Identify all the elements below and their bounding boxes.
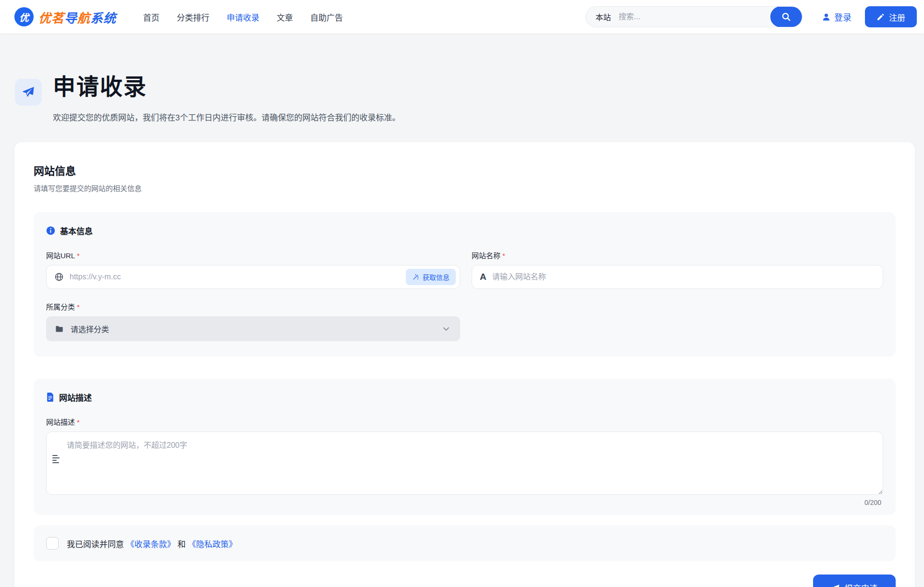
pencil-icon <box>876 13 885 21</box>
description-header: 网站描述 <box>46 391 883 403</box>
logo-char: 统 <box>103 11 116 25</box>
top-header: 优 优茗导航系统 首页 分类排行 申请收录 文章 自助广告 本站 登录 <box>0 0 924 34</box>
description-textarea-wrap <box>46 431 883 495</box>
register-label: 注册 <box>889 11 905 23</box>
logo-char: 茗 <box>51 11 64 25</box>
required-mark: * <box>77 252 80 260</box>
register-button[interactable]: 注册 <box>865 6 917 27</box>
magic-wand-icon <box>412 274 419 281</box>
logo-char: 导 <box>64 11 77 25</box>
main-nav: 首页 分类排行 申请收录 文章 自助广告 <box>143 11 343 23</box>
description-panel: 网站描述 网站描述* 0/200 <box>34 379 896 515</box>
form-section-subtitle: 请填写您要提交的网站的相关信息 <box>34 183 896 193</box>
nav-item-apply-inclusion[interactable]: 申请收录 <box>227 11 259 23</box>
globe-icon <box>54 272 64 282</box>
search-input[interactable] <box>619 12 770 21</box>
nav-item-home[interactable]: 首页 <box>143 11 159 23</box>
site-logo[interactable]: 优 优茗导航系统 <box>14 7 116 26</box>
agreement-panel: 我已阅读并同意 《收录条款》 和 《隐私政策》 <box>34 526 896 561</box>
description-label: 网站描述* <box>46 417 883 427</box>
nav-item-category-ranking[interactable]: 分类排行 <box>177 11 209 23</box>
user-icon <box>822 12 831 22</box>
basic-info-header: 基本信息 <box>46 225 883 237</box>
form-card: 网站信息 请填写您要提交的网站的相关信息 基本信息 网站URL* <box>14 142 915 587</box>
search-icon <box>781 12 791 22</box>
page-hero: 申请收录 欢迎提交您的优质网站，我们将在3个工作日内进行审核。请确保您的网站符合… <box>0 34 924 142</box>
login-label: 登录 <box>834 11 851 23</box>
nav-item-articles[interactable]: 文章 <box>277 11 293 23</box>
url-input[interactable] <box>70 273 406 281</box>
description-textarea[interactable] <box>46 431 883 495</box>
category-label: 所属分类* <box>46 301 460 311</box>
required-mark: * <box>77 418 80 426</box>
name-label: 网站名称* <box>472 250 883 260</box>
name-input-wrap: A <box>472 265 883 289</box>
nav-item-self-ads[interactable]: 自助广告 <box>310 11 343 23</box>
chevron-down-icon <box>442 324 450 333</box>
logo-char: 系 <box>90 11 103 25</box>
page-subtitle: 欢迎提交您的优质网站，我们将在3个工作日内进行审核。请确保您的网站符合我们的收录… <box>53 111 910 123</box>
description-title: 网站描述 <box>59 391 92 403</box>
name-field-group: 网站名称* A <box>472 250 883 289</box>
logo-char: 优 <box>38 11 51 25</box>
agreement-prefix: 我已阅读并同意 <box>67 540 126 549</box>
fetch-info-label: 获取信息 <box>423 272 450 282</box>
submit-button[interactable]: 提交申请 <box>813 575 896 587</box>
page-title: 申请收录 <box>53 68 910 101</box>
submit-label: 提交申请 <box>845 582 877 587</box>
search-scope-select[interactable]: 本站 <box>586 11 619 23</box>
url-field-group: 网站URL* <box>46 250 460 289</box>
text-lines-icon <box>52 455 61 463</box>
category-select[interactable]: 请选择分类 <box>46 316 460 341</box>
privacy-link[interactable]: 《隐私政策》 <box>188 540 237 549</box>
folder-icon <box>55 324 64 334</box>
url-label: 网站URL* <box>46 250 460 260</box>
info-circle-icon <box>46 226 55 235</box>
char-counter: 0/200 <box>46 499 883 506</box>
submit-row: 提交申请 <box>34 575 896 587</box>
letter-a-icon: A <box>480 272 486 282</box>
url-input-wrap: 获取信息 <box>46 265 460 289</box>
terms-link[interactable]: 《收录条款》 <box>126 540 175 549</box>
logo-char: 航 <box>77 11 90 25</box>
form-section-title: 网站信息 <box>34 162 896 178</box>
basic-info-title: 基本信息 <box>60 225 93 237</box>
search-bar: 本站 <box>585 6 802 27</box>
paper-plane-icon <box>15 79 42 106</box>
document-icon <box>46 393 54 402</box>
search-button[interactable] <box>770 6 802 27</box>
required-mark: * <box>77 303 80 311</box>
agreement-text: 我已阅读并同意 《收录条款》 和 《隐私政策》 <box>67 538 237 550</box>
send-icon <box>831 584 840 587</box>
fetch-info-button[interactable]: 获取信息 <box>406 269 456 285</box>
site-name-input[interactable] <box>492 273 879 281</box>
category-selected-value: 请选择分类 <box>71 323 442 335</box>
login-link[interactable]: 登录 <box>822 11 851 23</box>
agreement-checkbox[interactable] <box>46 537 59 550</box>
basic-info-panel: 基本信息 网站URL* <box>34 212 896 357</box>
category-field-group: 所属分类* 请选择分类 <box>46 301 460 341</box>
site-name: 优茗导航系统 <box>38 8 116 26</box>
required-mark: * <box>502 252 505 260</box>
agreement-and: 和 <box>175 540 188 549</box>
logo-badge-icon: 优 <box>14 7 34 26</box>
